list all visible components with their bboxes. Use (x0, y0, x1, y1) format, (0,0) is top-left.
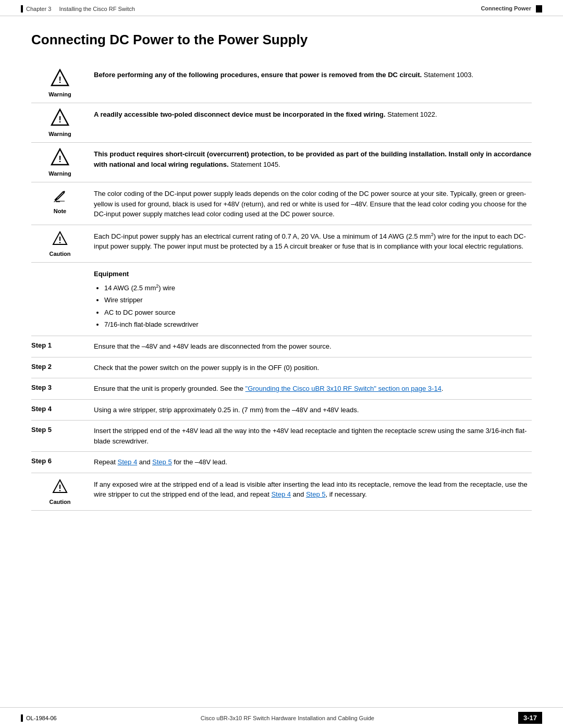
step-row-5: Step 5 Insert the stripped end of the +4… (31, 421, 532, 452)
header-bar (21, 5, 23, 13)
warning-label-2: Warning (48, 131, 71, 137)
footer-doc-number: OL-1984-06 (26, 715, 57, 721)
page-title: Connecting DC Power to the Power Supply (31, 32, 532, 48)
step6-link-step5[interactable]: Step 5 (152, 458, 172, 466)
svg-text:!: ! (58, 154, 62, 164)
equipment-item-1: 14 AWG (2.5 mm2) wire (104, 282, 532, 294)
warning-label-col-2: ! Warning (31, 108, 94, 137)
step-label-4: Step 4 (31, 405, 94, 413)
footer-center: Cisco uBR-3x10 RF Switch Hardware Instal… (201, 715, 374, 721)
caution-label-2: Caution (50, 499, 71, 505)
caution-label-1: Caution (50, 251, 71, 257)
header-left: Chapter 3 Installing the Cisco RF Switch (21, 5, 135, 13)
chapter-label: Chapter 3 (26, 6, 51, 12)
step6-link-step4[interactable]: Step 4 (118, 458, 138, 466)
page-footer: OL-1984-06 Cisco uBR-3x10 RF Switch Hard… (0, 707, 563, 728)
caution-row-1: Caution Each DC-input power supply has a… (31, 225, 532, 263)
caution-icon-2 (52, 478, 68, 498)
step-row-4: Step 4 Using a wire stripper, strip appr… (31, 400, 532, 421)
warning-label-col-1: ! Warning (31, 69, 94, 97)
note-text: The color coding of the DC-input power s… (94, 188, 532, 219)
warning-row-1: ! Warning Before performing any of the f… (31, 64, 532, 103)
equipment-list: 14 AWG (2.5 mm2) wire Wire stripper AC t… (31, 282, 532, 331)
warning-label-3: Warning (48, 170, 71, 177)
equipment-section: Equipment 14 AWG (2.5 mm2) wire Wire str… (31, 263, 532, 337)
step3-link[interactable]: "Grounding the Cisco uBR 3x10 RF Switch"… (246, 385, 442, 392)
footer-guide-title: Cisco uBR-3x10 RF Switch Hardware Instal… (201, 715, 374, 721)
step-text-2: Check that the power switch on the power… (94, 363, 532, 373)
warning-icon-2: ! (51, 108, 69, 130)
chapter-title: Installing the Cisco RF Switch (59, 6, 135, 12)
main-content: Connecting DC Power to the Power Supply … (0, 16, 563, 542)
step-row-1: Step 1 Ensure that the –48V and +48V lea… (31, 336, 532, 357)
footer-bar (21, 714, 23, 722)
step-text-1: Ensure that the –48V and +48V leads are … (94, 341, 532, 352)
svg-point-12 (59, 490, 61, 491)
caution-label-col-2: Caution (31, 478, 94, 505)
footer-page-number: 3-17 (518, 712, 542, 724)
step-text-6: Repeat Step 4 and Step 5 for the –48V le… (94, 457, 532, 467)
caution-text-1: Each DC-input power supply has an electr… (94, 230, 532, 252)
step-label-1: Step 1 (31, 341, 94, 349)
svg-point-9 (59, 242, 61, 243)
note-label-col: Note (31, 188, 94, 214)
warning-text-3: This product requires short-circuit (ove… (94, 148, 532, 169)
caution-row-2: Caution If any exposed wire at the strip… (31, 473, 532, 511)
caution2-link-step5[interactable]: Step 5 (306, 490, 326, 498)
section-title: Connecting Power (481, 5, 531, 11)
page-header: Chapter 3 Installing the Cisco RF Switch… (0, 0, 563, 16)
footer-left: OL-1984-06 (21, 714, 57, 722)
caution-text-2: If any exposed wire at the stripped end … (94, 478, 532, 500)
step-text-4: Using a wire stripper, strip approximate… (94, 405, 532, 415)
warning-label-col-3: ! Warning (31, 148, 94, 177)
note-row: Note The color coding of the DC-input po… (31, 182, 532, 225)
equipment-title: Equipment (31, 270, 532, 278)
warning-icon-1: ! (51, 69, 69, 90)
warning-label-1: Warning (48, 91, 71, 97)
step-label-5: Step 5 (31, 426, 94, 434)
note-icon (52, 188, 68, 207)
svg-text:!: ! (58, 115, 62, 125)
step-row-6: Step 6 Repeat Step 4 and Step 5 for the … (31, 452, 532, 473)
header-right: Connecting Power (481, 5, 542, 13)
warning-icon-3: ! (51, 148, 69, 169)
equipment-item-4: 7/16-inch flat-blade screwdriver (104, 318, 532, 330)
caution2-link-step4[interactable]: Step 4 (271, 490, 291, 498)
header-rect (536, 5, 542, 13)
step-label-6: Step 6 (31, 457, 94, 465)
caution-icon-1 (52, 230, 68, 250)
step-label-2: Step 2 (31, 363, 94, 371)
step-text-3: Ensure that the unit is properly grounde… (94, 384, 532, 394)
svg-text:!: ! (58, 75, 62, 85)
warning-text-2: A readily accessible two-poled disconnec… (94, 108, 532, 120)
warning-text-1: Before performing any of the following p… (94, 69, 532, 80)
equipment-item-2: Wire stripper (104, 294, 532, 306)
note-label: Note (54, 208, 66, 214)
warning-row-3: ! Warning This product requires short-ci… (31, 143, 532, 182)
equipment-item-3: AC to DC power source (104, 306, 532, 318)
step-label-3: Step 3 (31, 384, 94, 391)
step-row-3: Step 3 Ensure that the unit is properly … (31, 378, 532, 400)
step-text-5: Insert the stripped end of the +48V lead… (94, 426, 532, 446)
step-row-2: Step 2 Check that the power switch on th… (31, 357, 532, 379)
warning-row-2: ! Warning A readily accessible two-poled… (31, 103, 532, 143)
caution-label-col-1: Caution (31, 230, 94, 257)
